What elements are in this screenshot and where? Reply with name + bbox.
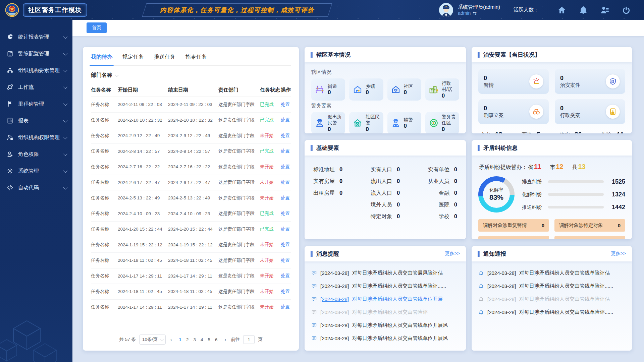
- sidebar-item[interactable]: 统计报表管理: [0, 28, 72, 45]
- stat-tile[interactable]: .f{fill:#2f6fe4;stroke:none}社区0: [387, 78, 421, 101]
- table-row: 任务名称2024-1-17 14 : 29 : 112024-1-17 14 :…: [91, 300, 291, 315]
- tile-value: 0: [404, 89, 407, 96]
- stat-tile[interactable]: .f{fill:#3b82f6;stroke:none}乡镇0: [349, 78, 383, 101]
- list-item[interactable]: [2024-03-28]对每日涉矛盾纠纷人员交由管展风险评估: [311, 267, 459, 279]
- list-item[interactable]: [2024-03-28]对每日涉矛盾纠纷人员交由管线单险评......: [478, 307, 625, 318]
- list-item[interactable]: [2024-03-28]对每日涉矛盾纠纷人员交由管线单位开展: [311, 294, 459, 305]
- handle-link[interactable]: 处置: [281, 210, 294, 217]
- handle-link[interactable]: 处置: [281, 148, 294, 154]
- task-start-date: 2024-2-10 10 : 22 : 32: [118, 118, 168, 123]
- title-accent-icon: [311, 52, 313, 58]
- list-item[interactable]: [2024-03-28]对每日涉矛盾纠纷人员交由管线单位开展风: [311, 320, 459, 331]
- prev-page-button[interactable]: ‹: [169, 337, 173, 342]
- page-number[interactable]: 2: [184, 337, 191, 343]
- chevron-down-icon: [63, 168, 68, 173]
- page-number[interactable]: 3: [191, 337, 198, 343]
- task-name: 任务名称: [91, 148, 118, 154]
- list-item[interactable]: [2024-03-28]对每日涉矛盾纠纷人员交由管险评: [311, 307, 459, 318]
- handle-link[interactable]: 处置: [281, 117, 294, 123]
- todo-tab[interactable]: 指令任务: [185, 54, 207, 65]
- avatar[interactable]: [439, 3, 453, 17]
- handle-link[interactable]: 处置: [281, 195, 294, 201]
- message-more-link[interactable]: 更多>>: [445, 251, 460, 257]
- switch-user-icon[interactable]: ⇆: [473, 10, 477, 16]
- home-icon[interactable]: [557, 6, 566, 14]
- goto-page-input[interactable]: [243, 335, 255, 344]
- tile-label: 警务责任区: [442, 114, 456, 125]
- security-tile[interactable]: 0警情.f{fill:#e34d4d;stroke:none}: [478, 69, 549, 94]
- user-name[interactable]: admin ⇆: [458, 10, 500, 16]
- dispute-tag[interactable]: 调解双方缺联系人方式0: [478, 236, 549, 239]
- task-department: 这是责任部门字段: [218, 102, 260, 108]
- basic-label: 从业人员: [428, 178, 449, 185]
- sidebar-item[interactable]: 自动代码: [0, 179, 72, 196]
- tile-label: 行政村/居: [442, 80, 452, 92]
- sidebar-item[interactable]: 里程碑管理: [0, 96, 72, 112]
- todo-tabs: 我的待办规定任务推送任务指令任务: [91, 47, 291, 66]
- handle-link[interactable]: 处置: [281, 226, 294, 232]
- bell-o-icon: [478, 296, 484, 302]
- chat-bubble-icon: [311, 322, 317, 328]
- notice-more-link[interactable]: 更多>>: [611, 251, 626, 257]
- list-item[interactable]: [2024-03-28]对每日涉矛盾纠纷人员交由管线单位开展风: [311, 333, 459, 344]
- page-number[interactable]: 6: [213, 337, 220, 343]
- handle-link[interactable]: 处置: [281, 102, 294, 108]
- sidebar-item[interactable]: 角色权限: [0, 146, 72, 163]
- title-accent-icon: [311, 145, 313, 151]
- todo-tab[interactable]: 我的待办: [91, 54, 112, 65]
- stat-tile[interactable]: .f{fill:#14b8a6;stroke:none}社区民警0: [349, 112, 383, 133]
- sidebar-item[interactable]: 组织机构要素管理: [0, 62, 72, 79]
- handle-link[interactable]: 处置: [281, 289, 294, 295]
- sidebar-item[interactable]: 工作流: [0, 79, 72, 96]
- stat-tile[interactable]: .f{fill:#7cb342;stroke:none}行政村/居0: [425, 78, 459, 101]
- task-status: 未开始: [260, 273, 281, 279]
- page-size-select[interactable]: 10条/页: [139, 335, 166, 345]
- sidebar-item-label: 系统管理: [18, 168, 39, 175]
- district-panel-header: 辖区基本情况: [305, 47, 466, 62]
- handle-link[interactable]: 处置: [281, 133, 294, 139]
- open-tabs-strip: 首页: [72, 20, 644, 36]
- chevron-down-icon: [63, 68, 68, 72]
- list-item[interactable]: [2024-03-28]对每日涉矛盾纠纷人员交由管线单险评估: [478, 267, 625, 279]
- handle-link[interactable]: 处置: [281, 164, 294, 170]
- bell-icon[interactable]: [579, 6, 588, 14]
- dispute-tag[interactable]: 调解对象涉特定对象0: [554, 219, 625, 232]
- sidebar-item[interactable]: 报表: [0, 112, 72, 129]
- task-end-date: 2024-1-18 11 : 02 : 45: [168, 258, 218, 263]
- stat-tile[interactable]: .f{fill:#3b82f6;stroke:none}辅警0: [387, 112, 421, 133]
- sidebar-item[interactable]: 组织机构权限管理: [0, 129, 72, 146]
- department-filter[interactable]: 部门名称: [91, 72, 291, 79]
- handle-link[interactable]: 处置: [281, 304, 294, 310]
- power-icon[interactable]: [622, 6, 631, 14]
- handle-link[interactable]: 处置: [281, 179, 294, 185]
- handle-link[interactable]: 处置: [281, 242, 294, 248]
- handle-link[interactable]: 处置: [281, 257, 294, 263]
- users-icon[interactable]: [600, 6, 609, 14]
- task-name: 任务名称: [91, 289, 118, 295]
- basic-label: 金融: [439, 190, 449, 197]
- page-number[interactable]: 1: [176, 337, 184, 343]
- security-tile[interactable]: 0刑事立案.f{fill:#f07b2a;stroke:none}: [478, 99, 549, 124]
- security-tile[interactable]: 0行政受案.f{fill:#e8b324;stroke:none}: [555, 99, 625, 124]
- task-department: 这是责任部门字段: [218, 257, 260, 263]
- title-accent-icon: [478, 251, 480, 257]
- todo-tab[interactable]: 规定任务: [122, 54, 144, 65]
- next-page-button[interactable]: ›: [223, 337, 227, 342]
- list-item[interactable]: [2024-03-28]对每日涉矛盾纠纷人员交由管线单险评......: [311, 281, 459, 292]
- list-item[interactable]: [2024-03-28]对每日涉矛盾纠纷人员交由管线单险评估: [478, 294, 625, 305]
- stat-tile[interactable]: .f{fill:#22c55e;stroke:none}警务责任区0: [425, 112, 459, 133]
- stat-tile[interactable]: .f{fill:#8b5cf6;stroke:none}街道0: [311, 78, 345, 101]
- page-number[interactable]: 5: [205, 337, 213, 343]
- page-number[interactable]: 4: [198, 337, 206, 343]
- list-item[interactable]: [2024-03-28]对每日涉矛盾纠纷人员交由管线单险评......: [478, 281, 625, 292]
- security-tile[interactable]: 0治安案件.f{fill:#4f6bd8;stroke:none}: [555, 69, 625, 94]
- dispute-tag[interactable]: 八单一表未及时推送0: [554, 236, 625, 239]
- stat-tile[interactable]: .f{fill:#2f6fe4;stroke:none}派出所民警0: [311, 112, 345, 133]
- sidebar-item[interactable]: 系统管理: [0, 163, 72, 179]
- tile-label: 警情: [484, 82, 494, 88]
- dispute-tag[interactable]: 调解对象涉重复警情0: [478, 219, 549, 232]
- handle-link[interactable]: 处置: [281, 273, 294, 279]
- sidebar-item[interactable]: 警综配置管理: [0, 45, 72, 62]
- todo-tab[interactable]: 推送任务: [154, 54, 175, 65]
- tab-home[interactable]: 首页: [87, 22, 107, 33]
